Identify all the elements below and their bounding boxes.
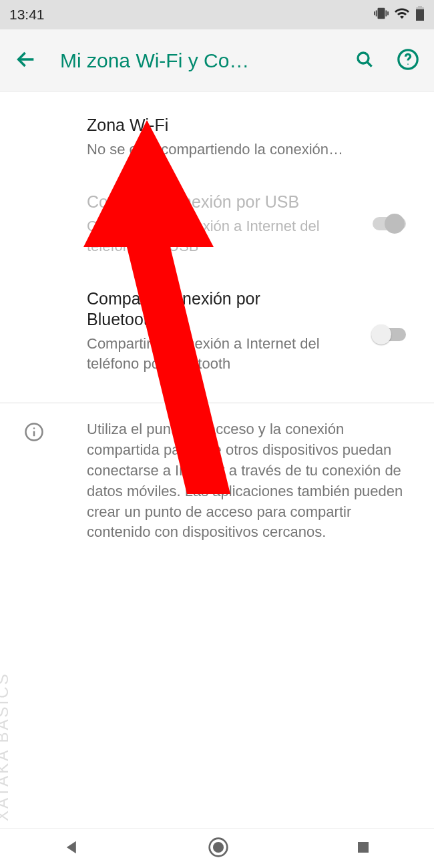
usb-tether-subtitle: Compartir la conexión a Internet del tel… (87, 216, 347, 256)
svg-point-3 (407, 63, 409, 65)
status-time: 13:41 (9, 7, 45, 23)
help-icon[interactable] (397, 48, 419, 73)
info-icon (24, 422, 44, 445)
wifi-hotspot-title: Zona Wi-Fi (87, 115, 347, 136)
status-bar: 13:41 (0, 0, 434, 29)
nav-recents-icon[interactable] (355, 839, 371, 858)
svg-point-9 (214, 843, 222, 851)
info-text: Utiliza el punto de acceso y la conexión… (87, 419, 407, 543)
back-button[interactable] (15, 48, 37, 73)
svg-rect-0 (416, 9, 424, 21)
usb-tether-toggle (373, 217, 406, 230)
nav-back-icon[interactable] (63, 838, 81, 859)
usb-tether-row: Compartir conexión por USB Compartir la … (0, 176, 434, 272)
bluetooth-tether-subtitle: Compartir la conexión a Internet del tel… (87, 334, 327, 373)
svg-rect-10 (358, 842, 369, 853)
app-bar: Mi zona Wi-Fi y Co… (0, 29, 434, 92)
nav-home-icon[interactable] (208, 837, 229, 861)
page-title: Mi zona Wi-Fi y Co… (60, 49, 354, 72)
wifi-hotspot-row[interactable]: Zona Wi-Fi No se está compartiendo la co… (0, 99, 434, 176)
usb-tether-title: Compartir conexión por USB (87, 192, 347, 212)
wifi-hotspot-subtitle: No se está compartiendo la conexión a In… (87, 140, 347, 160)
vibrate-icon (374, 6, 389, 24)
bluetooth-tether-toggle[interactable] (373, 328, 406, 341)
bluetooth-tether-row[interactable]: Compartir conexión por Bluetooth Compart… (0, 272, 434, 397)
nav-bar (0, 828, 434, 868)
wifi-icon (394, 5, 410, 25)
battery-icon (415, 5, 425, 25)
svg-point-6 (33, 428, 35, 430)
info-row: Utiliza el punto de acceso y la conexión… (0, 403, 434, 559)
search-icon[interactable] (354, 49, 375, 73)
svg-point-1 (358, 53, 369, 63)
watermark: XATAKA BASICS (0, 672, 12, 821)
bluetooth-tether-title: Compartir conexión por Bluetooth (87, 288, 300, 331)
